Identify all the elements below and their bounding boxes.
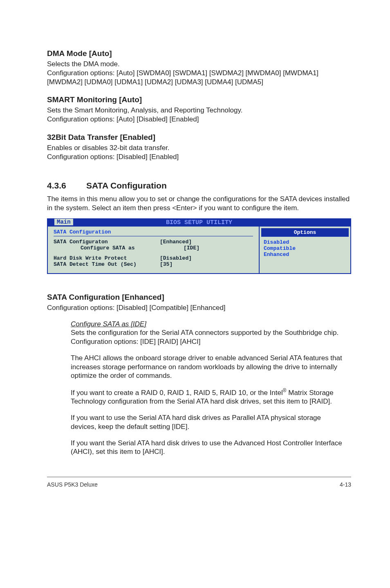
dma-body: Selects the DMA mode. Configuration opti… [47, 60, 351, 86]
dma-p2: Configuration options: [Auto] [SWDMA0] [… [47, 69, 318, 86]
cfg-ide-p4: If you want to use the Serial ATA hard d… [71, 413, 347, 431]
bios-shadow [47, 274, 351, 281]
bios-screenshot: Main BIOS SETUP UTILITY SATA Configurati… [47, 218, 351, 281]
bios-title-text: BIOS SETUP UTILITY [166, 219, 232, 226]
bios-key: SATA Configuraton [54, 239, 160, 245]
section-heading: 4.3.6SATA Configuration [47, 181, 351, 191]
smart-heading: SMART Monitoring [Auto] [47, 95, 351, 104]
bios-left-pane: SATA Configuration SATA Configuraton [En… [48, 227, 259, 273]
cfg-ide-block1: Configure SATA as [IDE] Sets the configu… [71, 320, 347, 346]
bios-row: SATA Detect Time Out (Sec) [35] [54, 261, 253, 267]
dma-p1: Selects the DMA mode. [47, 60, 120, 68]
sata-enh-heading: SATA Configuration [Enhanced] [47, 293, 351, 302]
cfg-ide-p2: The AHCI allows the onboard storage driv… [71, 354, 347, 380]
bios-title-bar: Main BIOS SETUP UTILITY [47, 218, 351, 227]
bios-val: [Enhanced] [160, 239, 192, 245]
bios-val: [IDE] [184, 245, 199, 251]
bios-right-pane: Options Disabled Compatible Enhanced [259, 227, 350, 273]
bios-row: SATA Configuraton [Enhanced] [54, 239, 253, 245]
section-title: SATA Configuration [86, 181, 167, 190]
bios-val: [Disabled] [160, 255, 192, 261]
section-number: 4.3.6 [47, 181, 86, 191]
bios-key: Hard Disk Write Protect [54, 255, 160, 261]
cfg-ide-p5: If you want the Serial ATA hard disk dri… [71, 439, 347, 457]
bit32-body: Enables or disables 32-bit data transfer… [47, 144, 351, 162]
smart-p1: Sets the Smart Monitoring, Analysis, and… [47, 106, 242, 114]
bios-option: Enhanced [264, 251, 346, 258]
bios-option: Compatible [264, 245, 346, 251]
dma-heading: DMA Mode [Auto] [47, 49, 351, 58]
section-intro: The items in this menu allow you to set … [47, 195, 351, 213]
smart-body: Sets the Smart Monitoring, Analysis, and… [47, 106, 351, 124]
bit32-heading: 32Bit Data Transfer [Enabled] [47, 133, 351, 142]
cfg-ide-heading: Configure SATA as [IDE] [71, 320, 146, 328]
footer-right: 4-13 [340, 481, 351, 488]
cfg-ide-p3: If you want to create a RAID 0, RAID 1, … [71, 388, 347, 406]
bios-key: Configure SATA as [77, 245, 184, 251]
page-footer: ASUS P5K3 Deluxe 4-13 [47, 477, 351, 488]
bios-row: Configure SATA as [IDE] [77, 245, 249, 251]
bios-right-header: Options [261, 228, 349, 237]
cfg-ide-p1: Sets the configuration for the Serial AT… [71, 329, 338, 346]
reg-mark: ® [283, 388, 287, 393]
bit32-p1: Enables or disables 32-bit data transfer… [47, 144, 170, 152]
smart-p2: Configuration options: [Auto] [Disabled]… [47, 115, 199, 123]
cfg-ide-p3a: If you want to create a RAID 0, RAID 1, … [71, 389, 283, 397]
bios-option: Disabled [264, 239, 346, 245]
bios-tab-main: Main [54, 219, 73, 225]
footer-left: ASUS P5K3 Deluxe [47, 481, 98, 488]
bios-key: SATA Detect Time Out (Sec) [54, 261, 160, 267]
bios-row: Hard Disk Write Protect [Disabled] [54, 255, 253, 261]
bit32-p2: Configuration options: [Disabled] [Enabl… [47, 153, 179, 161]
bios-left-title: SATA Configuration [54, 229, 253, 236]
sata-enh-p1: Configuration options: [Disabled] [Compa… [47, 303, 351, 312]
bios-val: [35] [160, 261, 173, 267]
